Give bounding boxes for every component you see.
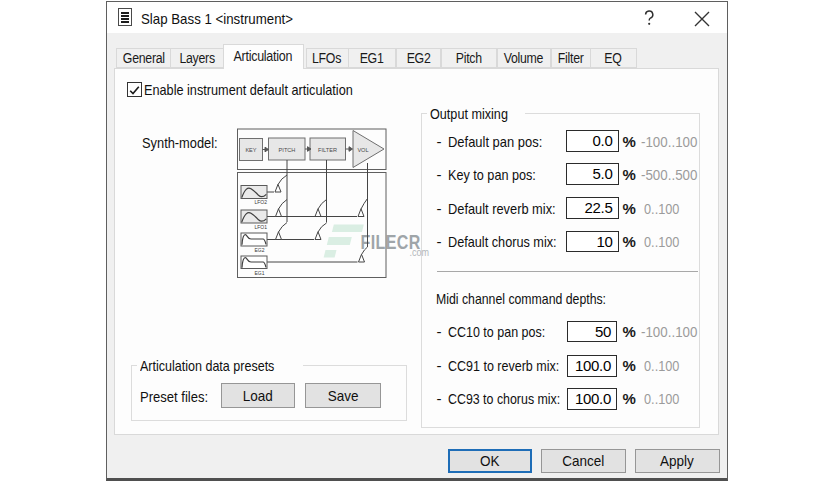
svg-text:VOL: VOL: [357, 147, 368, 153]
svg-text:KEY: KEY: [245, 147, 256, 153]
svg-text:EG1: EG1: [254, 270, 264, 276]
svg-text:LFO1: LFO1: [254, 224, 267, 230]
svg-text:.com: .com: [410, 246, 430, 258]
svg-text:EG2: EG2: [254, 247, 264, 253]
svg-text:PITCH: PITCH: [279, 147, 296, 153]
svg-text:FILTER: FILTER: [318, 147, 337, 153]
svg-text:LFO2: LFO2: [254, 199, 267, 205]
